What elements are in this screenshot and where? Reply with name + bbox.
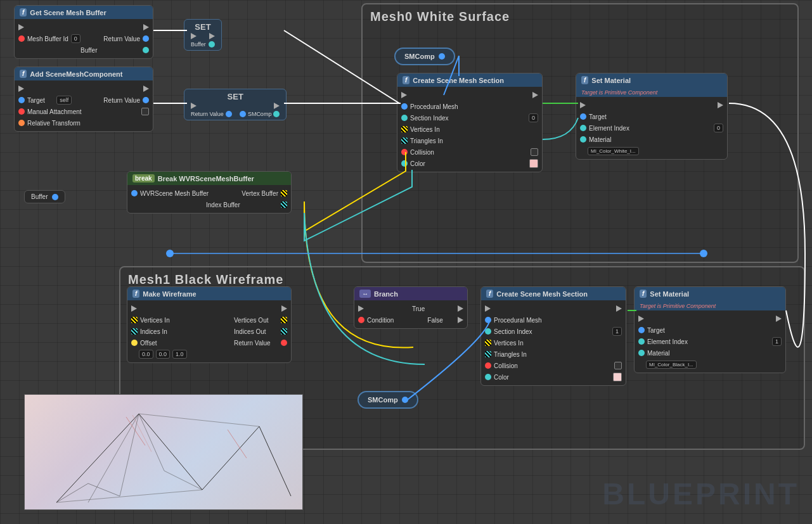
get-scene-mesh-buffer-node: f Get Scene Mesh Buffer Mesh Buffer Id 0… [14, 5, 153, 59]
f-badge: f [20, 70, 27, 78]
mesh-buffer-id-pin [18, 35, 25, 42]
exec-in [358, 305, 364, 312]
exec-in [401, 92, 407, 98]
vert-in-pin [131, 317, 138, 323]
buffer-pin [143, 47, 149, 53]
set2-rv-pin [226, 111, 232, 117]
elem-idx-pin [580, 125, 586, 131]
svg-line-8 [164, 471, 202, 490]
exec-out [718, 102, 723, 108]
svg-line-2 [202, 426, 259, 490]
node-header: f Add SceneMeshComponent [15, 67, 153, 80]
exec-out [776, 316, 782, 322]
smcomp-bottom-pin [402, 397, 408, 403]
f-badge: f [403, 76, 409, 84]
color-pin [485, 374, 491, 380]
set-node-2: SET Return Value SMComp [184, 89, 287, 120]
collision-pin [401, 149, 408, 155]
break-badge: break [132, 174, 155, 182]
svg-line-14 [120, 414, 139, 496]
color-swatch[interactable] [613, 373, 622, 381]
manual-pin [18, 108, 25, 115]
elem-idx-pin [638, 338, 645, 345]
triangles-in-pin [485, 351, 491, 357]
break-wvr-node: break Break WVRSceneMeshBuffer WVRScene … [127, 171, 292, 214]
material-pin [580, 136, 586, 143]
set-exec-in [191, 33, 197, 39]
set2-smcomp-pin [240, 111, 246, 117]
mesh0-label: Mesh0 White Surface [370, 10, 510, 24]
set2-exec-in [191, 103, 197, 109]
condition-pin [358, 317, 364, 323]
exec-out [616, 305, 622, 312]
offset-pin [131, 340, 138, 346]
smcomp-top-pin [439, 53, 445, 60]
buffer-out-pin [52, 194, 58, 200]
f-badge: f [581, 76, 588, 84]
color-swatch[interactable] [529, 159, 538, 168]
svg-line-12 [56, 483, 88, 502]
idx-in-pin [131, 328, 138, 335]
svg-line-4 [56, 490, 202, 502]
exec-in [638, 316, 644, 322]
false-pin [458, 317, 463, 323]
smcomp-bottom-node: SMComp [358, 391, 418, 409]
f-badge: f [132, 290, 139, 298]
create-scene-mesh-section-top-node: f Create Scene Mesh Section Procedural M… [397, 73, 543, 172]
exec-row [15, 22, 153, 33]
set2-exec-out [274, 103, 280, 109]
set-exec-out [209, 33, 215, 39]
return-value-pin [143, 35, 149, 42]
svg-point-15 [166, 250, 174, 257]
set2-out-pin [273, 111, 280, 117]
exec-in [18, 86, 24, 92]
color-pin [401, 160, 408, 167]
buffer-node: Buffer [24, 190, 65, 203]
add-scene-mesh-component-node: f Add SceneMeshComponent Target self Ret… [14, 67, 153, 132]
collision-pin [485, 362, 491, 369]
vert-out-pin [281, 317, 287, 323]
target-pin [580, 113, 586, 120]
branch-node: ↔ Branch True Condition False [354, 286, 468, 329]
vertices-in-pin [401, 126, 408, 132]
node-header: f Get Scene Mesh Buffer [15, 6, 153, 19]
branch-badge: ↔ [359, 290, 371, 298]
svg-line-6 [88, 414, 139, 502]
exec-in [580, 102, 586, 108]
exec-in-pin [18, 24, 24, 30]
true-pin [458, 305, 463, 312]
set-material-bottom-node: f Set Material Target is Primitive Compo… [634, 286, 786, 373]
mesh-buffer-id-row: Mesh Buffer Id 0 Return Value [15, 33, 153, 44]
svg-line-7 [139, 414, 164, 471]
set-material-top-node: f Set Material Target is Primitive Compo… [576, 73, 728, 160]
manual-checkbox[interactable] [141, 108, 149, 115]
material-pin [638, 350, 645, 356]
exec-out-pin [143, 24, 149, 30]
f-badge: f [486, 290, 493, 298]
make-wireframe-node: f Make Wireframe Vertices In Vertices Ou… [127, 286, 292, 363]
rv-pin [281, 340, 287, 346]
transform-pin [18, 120, 25, 126]
exec-out [532, 92, 538, 98]
blueprint-watermark: BLUEPRINT [602, 476, 799, 511]
target-pin [638, 327, 645, 333]
exec-in [485, 305, 491, 312]
section-idx-pin [485, 328, 491, 335]
section-idx-pin [401, 115, 408, 121]
set-buffer-pin [209, 41, 215, 48]
buffer-row: Buffer [15, 44, 153, 56]
svg-line-0 [56, 414, 139, 502]
svg-line-1 [139, 414, 202, 490]
return-pin [143, 97, 149, 103]
f-badge: f [640, 290, 647, 298]
vertices-in-pin [485, 340, 491, 346]
mesh1-label: Mesh1 Black Wireframe [128, 272, 283, 287]
svg-line-3 [259, 426, 291, 496]
target-pin [18, 97, 25, 103]
proc-mesh-pin [485, 317, 491, 323]
exec-in [131, 305, 137, 312]
mesh-preview [24, 394, 303, 510]
exec-out [281, 305, 287, 312]
svg-line-5 [139, 414, 259, 426]
wvr-in-pin [131, 190, 138, 196]
